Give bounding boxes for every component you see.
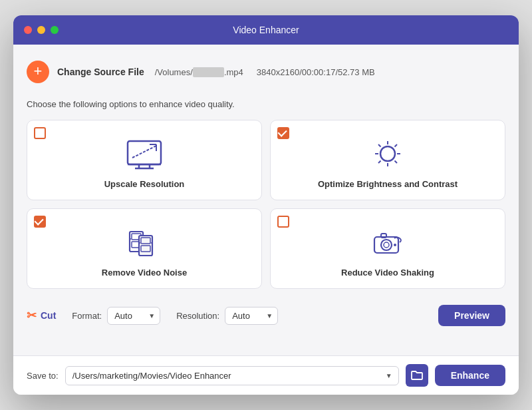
upscale-label: Upscale Resolution	[104, 179, 185, 189]
save-path-wrapper: ▼	[65, 366, 399, 385]
traffic-lights	[24, 26, 59, 34]
svg-line-5	[132, 146, 156, 158]
maximize-button[interactable]	[51, 26, 59, 34]
format-select-wrapper: Auto MP4 MOV AVI MKV ▼	[107, 307, 160, 325]
enhance-button[interactable]: Enhance	[435, 365, 505, 386]
resolution-label: Resolution:	[176, 311, 219, 321]
shaking-icon	[368, 226, 408, 260]
bottom-bar: Save to: ▼ Enhance	[13, 355, 519, 395]
upscale-checkbox[interactable]	[34, 127, 46, 139]
main-content: + Change Source File /Volumes/■■■■■■.mp4…	[13, 45, 519, 355]
svg-line-16	[378, 161, 381, 164]
svg-point-8	[380, 146, 395, 161]
source-bar: + Change Source File /Volumes/■■■■■■.mp4…	[27, 55, 505, 89]
preview-button[interactable]: Preview	[438, 305, 505, 326]
toolbar: ✂ Cut Format: Auto MP4 MOV AVI MKV ▼ Res…	[27, 300, 505, 331]
svg-point-28	[381, 240, 392, 250]
hint-text: Choose the following options to enhance …	[27, 99, 505, 109]
close-button[interactable]	[24, 26, 32, 34]
scissors-icon: ✂	[27, 308, 37, 323]
add-source-button[interactable]: +	[27, 61, 49, 83]
folder-icon	[411, 370, 423, 381]
brightness-checkbox[interactable]	[277, 127, 289, 139]
svg-line-13	[378, 144, 381, 147]
option-brightness[interactable]: Optimize Brightness and Contrast	[270, 120, 505, 200]
svg-point-29	[384, 242, 389, 248]
svg-line-15	[395, 144, 398, 147]
app-window: Video Enhancer + Change Source File /Vol…	[13, 15, 519, 395]
path-redacted: ■■■■■■	[193, 67, 224, 77]
change-source-label: Change Source File	[57, 67, 144, 77]
window-title: Video Enhancer	[233, 25, 299, 35]
option-shaking[interactable]: Reduce Video Shaking	[270, 208, 505, 289]
format-select[interactable]: Auto MP4 MOV AVI MKV	[107, 307, 160, 325]
svg-point-31	[394, 244, 396, 246]
save-to-label: Save to:	[27, 371, 59, 381]
save-path-input[interactable]	[65, 366, 399, 385]
noise-checkbox[interactable]	[34, 216, 46, 228]
svg-line-14	[395, 161, 398, 164]
source-path: /Volumes/■■■■■■.mp4	[155, 67, 243, 77]
brightness-label: Optimize Brightness and Contrast	[318, 179, 458, 189]
options-grid: Upscale Resolution	[27, 120, 505, 289]
format-label: Format:	[72, 311, 102, 321]
noise-label: Remove Video Noise	[102, 268, 187, 278]
plus-icon: +	[34, 64, 43, 79]
upscale-icon	[124, 138, 164, 171]
titlebar: Video Enhancer	[13, 15, 519, 45]
shaking-checkbox[interactable]	[277, 216, 289, 228]
source-info: 3840x2160/00:00:17/52.73 MB	[257, 67, 375, 77]
cut-button[interactable]: ✂ Cut	[27, 308, 56, 323]
option-noise[interactable]: Remove Video Noise	[27, 208, 262, 289]
folder-button[interactable]	[406, 364, 428, 387]
minimize-button[interactable]	[37, 26, 45, 34]
shaking-label: Reduce Video Shaking	[341, 268, 434, 278]
brightness-icon	[368, 138, 408, 171]
cut-label: Cut	[41, 310, 56, 321]
option-upscale[interactable]: Upscale Resolution	[27, 120, 262, 200]
resolution-select[interactable]: Auto 1080p 720p 480p	[225, 307, 278, 325]
svg-rect-30	[381, 234, 386, 238]
noise-icon	[124, 226, 164, 260]
resolution-select-wrapper: Auto 1080p 720p 480p ▼	[225, 307, 278, 325]
